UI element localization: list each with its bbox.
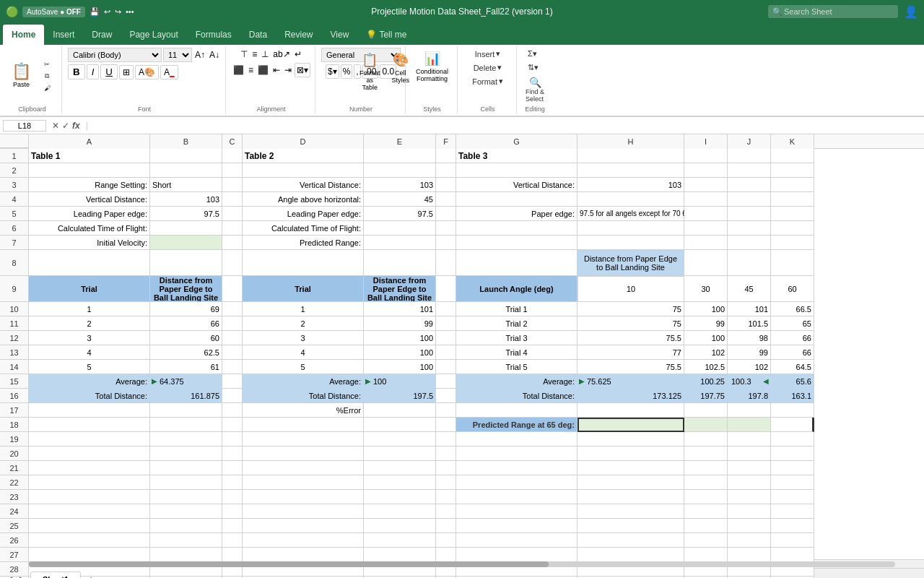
cell-f17[interactable] (436, 403, 456, 418)
cell-g27[interactable] (456, 548, 578, 562)
cell-j22[interactable] (728, 475, 771, 490)
cell-a13[interactable]: 4 (29, 345, 150, 360)
cell-f2[interactable] (436, 163, 456, 178)
cell-a24[interactable] (29, 504, 150, 519)
cell-c19[interactable] (222, 432, 243, 447)
cell-f8[interactable] (436, 250, 456, 276)
cell-k8[interactable] (771, 250, 814, 276)
cell-h21[interactable] (578, 461, 684, 475)
cell-c24[interactable] (222, 504, 243, 519)
underline-button[interactable]: U (100, 64, 118, 79)
cell-j20[interactable] (728, 447, 771, 461)
cell-c10[interactable] (222, 302, 243, 316)
cell-f27[interactable] (436, 548, 456, 562)
col-header-c[interactable]: C (222, 134, 243, 149)
row-num-4[interactable]: 4 (0, 192, 28, 207)
cell-i14[interactable]: 102.5 (684, 360, 728, 374)
align-middle-icon[interactable]: ≡ (250, 48, 258, 61)
cell-h16[interactable]: 173.125 (578, 389, 684, 403)
cell-i24[interactable] (684, 504, 728, 519)
cell-b16[interactable]: 161.875 (150, 389, 222, 403)
cell-g8[interactable] (456, 250, 578, 276)
font-color-button[interactable]: A_ (160, 65, 178, 79)
cell-g16[interactable]: Total Distance: (456, 389, 578, 403)
row-num-15[interactable]: 15 (0, 374, 28, 389)
increase-font-icon[interactable]: A↑ (193, 48, 206, 61)
row-num-6[interactable]: 6 (0, 221, 28, 236)
cell-j24[interactable] (728, 504, 771, 519)
cell-d16[interactable]: Total Distance: (243, 389, 364, 403)
cell-e3[interactable]: 103 (364, 178, 436, 192)
cell-b13[interactable]: 62.5 (150, 345, 222, 360)
cell-k26[interactable] (771, 533, 814, 548)
cell-b20[interactable] (150, 447, 222, 461)
next-sheet-icon[interactable]: ▶ (17, 574, 29, 579)
cell-e27[interactable] (364, 548, 436, 562)
save-icon[interactable]: 💾 (90, 7, 100, 17)
cell-e2[interactable] (364, 163, 436, 178)
cell-g10[interactable]: Trial 1 (456, 302, 578, 316)
tab-data[interactable]: Data (240, 25, 276, 45)
cell-g17[interactable] (456, 403, 578, 418)
cell-e22[interactable] (364, 475, 436, 490)
cell-d3[interactable]: Vertical Distance: (243, 178, 364, 192)
cell-h10[interactable]: 75 (578, 302, 684, 316)
col-header-j[interactable]: J (728, 134, 771, 149)
cell-h17[interactable] (578, 403, 684, 418)
cell-b21[interactable] (150, 461, 222, 475)
cell-h11[interactable]: 75 (578, 316, 684, 331)
cell-b2[interactable] (150, 163, 222, 178)
row-num-1[interactable]: 1 (0, 149, 28, 163)
cell-c27[interactable] (222, 548, 243, 562)
cell-a16[interactable]: Total Distance: (29, 389, 150, 403)
cell-b1[interactable] (150, 149, 222, 163)
cell-i6[interactable] (684, 221, 728, 236)
cell-f22[interactable] (436, 475, 456, 490)
increase-indent-icon[interactable]: ⇥ (283, 64, 293, 77)
cell-g2[interactable] (456, 163, 578, 178)
cell-c3[interactable] (222, 178, 243, 192)
cell-g22[interactable] (456, 475, 578, 490)
cell-b18[interactable] (150, 418, 222, 432)
col-header-e[interactable]: E (364, 134, 436, 149)
cell-h7[interactable] (578, 236, 684, 250)
cell-j11[interactable]: 101.5 (728, 316, 771, 331)
find-select-button[interactable]: 🔍 Find &Select (523, 75, 547, 104)
cell-a8[interactable] (29, 250, 150, 276)
cell-d19[interactable] (243, 432, 364, 447)
col-header-i[interactable]: I (684, 134, 728, 149)
col-header-g[interactable]: G (456, 134, 578, 149)
cell-e23[interactable] (364, 490, 436, 504)
cell-k14[interactable]: 64.5 (771, 360, 814, 374)
cell-d1[interactable]: Table 2 (243, 149, 364, 163)
cell-g14[interactable]: Trial 5 (456, 360, 578, 374)
cell-j10[interactable]: 101 (728, 302, 771, 316)
cell-i1[interactable] (684, 149, 728, 163)
cell-b10[interactable]: 69 (150, 302, 222, 316)
row-num-8[interactable]: 8 (0, 250, 28, 276)
cell-f5[interactable] (436, 207, 456, 221)
cell-c14[interactable] (222, 360, 243, 374)
row-num-26[interactable]: 26 (0, 533, 28, 548)
cell-h2[interactable] (578, 163, 684, 178)
cell-a2[interactable] (29, 163, 150, 178)
tab-view[interactable]: View (322, 25, 358, 45)
cell-g4[interactable] (456, 192, 578, 207)
cell-g18[interactable]: Predicted Range at 65 deg: (456, 418, 578, 432)
cell-d4[interactable]: Angle above horizontal: (243, 192, 364, 207)
cell-j26[interactable] (728, 533, 771, 548)
cell-j5[interactable] (728, 207, 771, 221)
redo-icon[interactable]: ↪ (115, 7, 121, 17)
cell-g7[interactable] (456, 236, 578, 250)
cell-c7[interactable] (222, 236, 243, 250)
row-num-16[interactable]: 16 (0, 389, 28, 403)
cell-g6[interactable] (456, 221, 578, 236)
cell-g12[interactable]: Trial 3 (456, 331, 578, 345)
cell-h19[interactable] (578, 432, 684, 447)
cell-i8[interactable] (684, 250, 728, 276)
cell-f20[interactable] (436, 447, 456, 461)
cell-g20[interactable] (456, 447, 578, 461)
currency-icon[interactable]: $▾ (326, 64, 339, 79)
cell-e8[interactable] (364, 250, 436, 276)
cell-j21[interactable] (728, 461, 771, 475)
